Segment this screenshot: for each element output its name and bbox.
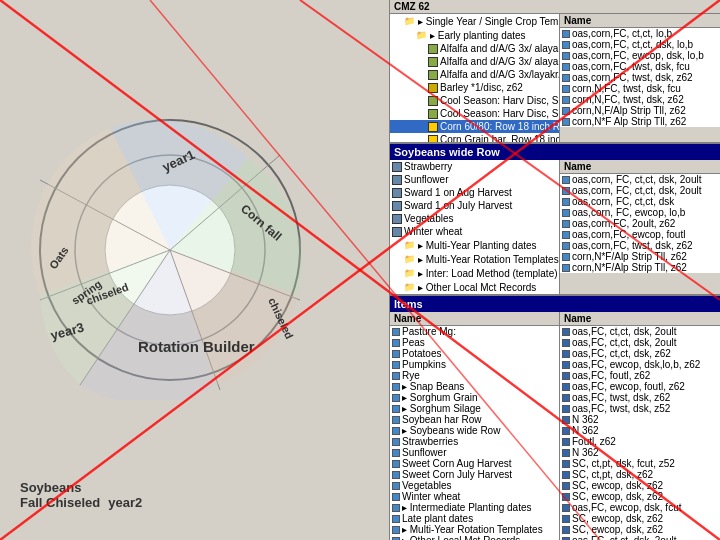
right-name-item[interactable]: oas,corn,FC, twst, dsk, z62: [560, 72, 720, 83]
bot-right-item[interactable]: oas,FC, twst, dsk, z62: [560, 392, 720, 403]
bot-left-item[interactable]: Sweet Corn Aug Harvest: [390, 458, 559, 469]
bot-right-item[interactable]: oas,FC, ct,ct, dsk, 2oult: [560, 535, 720, 540]
tree-item-corn1[interactable]: Corn 60/80: Row 18 inch R...: [390, 120, 559, 133]
right-panels: CMZ 62 ▸ Single Year / Single Crop Templ…: [390, 0, 720, 540]
bot-right-item[interactable]: N 362: [560, 447, 720, 458]
color-dot: [562, 460, 570, 468]
mid-item-winter-wheat[interactable]: Winter wheat: [390, 225, 559, 238]
tree-item-corn2[interactable]: Corn Grain har, Row 18 inch R...: [390, 133, 559, 142]
color-dot: [562, 52, 570, 60]
mid-right-item[interactable]: oas,corn, FC, ct,ct, dsk: [560, 196, 720, 207]
bot-right-item[interactable]: oas,FC, ewcop, foutl, z62: [560, 381, 720, 392]
bot-right-item[interactable]: SC, ct,pt, dsk, z62: [560, 469, 720, 480]
right-name-item[interactable]: oas,corn,FC, ct,ct, dsk, lo,b: [560, 39, 720, 50]
main-container: year1 Corn fall chiseled year3 spring Oa…: [0, 0, 720, 540]
bot-left-item[interactable]: Strawberries: [390, 436, 559, 447]
bot-right-item[interactable]: Foutl, z62: [560, 436, 720, 447]
mid-right-item[interactable]: corn,N*F/Alp Strip Tll, z62: [560, 262, 720, 273]
bot-left-item[interactable]: ▸ Multi-Year Rotation Templates: [390, 524, 559, 535]
bot-left-item[interactable]: ▸ Other Local Mct Records: [390, 535, 559, 540]
mid-right-item[interactable]: oas,corn, FC, ewcop, lo,b: [560, 207, 720, 218]
tree-view[interactable]: ▸ Single Year / Single Crop Templates ▸ …: [390, 14, 559, 142]
mid-item-multi-rotation[interactable]: ▸ Multi-Year Rotation Templates: [390, 252, 559, 266]
bot-left-item[interactable]: ▸ Intermediate Planting dates: [390, 502, 559, 513]
bot-right-item[interactable]: SC, ewcop, dsk, z62: [560, 480, 720, 491]
right-col-header: Name: [560, 14, 720, 28]
mid-item-other-local[interactable]: ▸ Other Local Mct Records: [390, 280, 559, 294]
bot-left-item[interactable]: Sunflower: [390, 447, 559, 458]
bot-right-item[interactable]: oas,FC, ewcop, dsk,lo,b, z62: [560, 359, 720, 370]
bot-left-item[interactable]: Vegetables: [390, 480, 559, 491]
bot-left-list[interactable]: Pasture Mg: Peas Potatoes Pumpkins Rye ▸…: [390, 326, 559, 540]
right-name-item[interactable]: corn,N,FC, twst, dsk, z62: [560, 94, 720, 105]
mid-item-vegetables[interactable]: Vegetables: [390, 212, 559, 225]
bot-left-item[interactable]: ▸ Snap Beans: [390, 381, 559, 392]
bot-left-item[interactable]: Soybean har Row: [390, 414, 559, 425]
bot-right-item[interactable]: SC, ewcop, dsk, z62: [560, 491, 720, 502]
tree-item-alfalfa2[interactable]: Alfalfa and d/A/G 3x/ alaya1 em: [390, 55, 559, 68]
right-name-item[interactable]: corn,N,FC, twst, dsk, fcu: [560, 83, 720, 94]
bot-right-list[interactable]: oas,FC, ct,ct, dsk, 2oult oas,FC, ct,ct,…: [560, 326, 720, 540]
right-name-item[interactable]: oas,corn,FC, twst, dsk, fcu: [560, 61, 720, 72]
bot-right-item[interactable]: SC, ct,pt, dsk, fcut, z52: [560, 458, 720, 469]
bot-right-item[interactable]: oas,FC, ewcop, dsk, fcut: [560, 502, 720, 513]
right-name-item[interactable]: corn,N*F Alp Strip Tll, z62: [560, 116, 720, 127]
mid-item-multi-planting[interactable]: ▸ Multi-Year Planting dates: [390, 238, 559, 252]
tree-item-cool1[interactable]: Cool Season: Harv Disc, Seed La: [390, 94, 559, 107]
tree-item-barley[interactable]: Barley *1/disc, z62: [390, 81, 559, 94]
color-swatch: [392, 162, 402, 172]
color-dot: [392, 394, 400, 402]
right-name-list[interactable]: oas,corn,FC, ct,ct, lo,b oas,corn,FC, ct…: [560, 28, 720, 127]
tree-item-alfalfa1[interactable]: Alfalfa and d/A/G 3x/ alaya1 em: [390, 42, 559, 55]
mid-tree-view[interactable]: Strawberry Sunflower Sward 1 on Aug Harv…: [390, 160, 559, 294]
bot-left-item[interactable]: Rye: [390, 370, 559, 381]
bot-left-item[interactable]: Pasture Mg:: [390, 326, 559, 337]
bot-right-item[interactable]: N 362: [560, 425, 720, 436]
bot-left-item[interactable]: Pumpkins: [390, 359, 559, 370]
mid-panel-header: Soybeans wide Row: [390, 144, 720, 160]
right-name-item[interactable]: oas,corn,FC, ct,ct, lo,b: [560, 28, 720, 39]
bot-right-item[interactable]: oas,FC, ct,ct, dsk, 2oult: [560, 326, 720, 337]
mid-right-panel: Soybeans wide Row Strawberry Sunflower S…: [390, 144, 720, 296]
tree-item-templates[interactable]: ▸ Single Year / Single Crop Templates: [390, 14, 559, 28]
mid-right-item[interactable]: oas,corn, FC, ct,ct, dsk, 2oult: [560, 185, 720, 196]
mid-item-inter-load[interactable]: ▸ Inter: Load Method (template): [390, 266, 559, 280]
mid-right-item[interactable]: oas,corn, FC, ct,ct, dsk, 2oult: [560, 174, 720, 185]
tree-item-cool2[interactable]: Cool Season: Harv Disc, Seed Sp: [390, 107, 559, 120]
bot-right-item[interactable]: oas,FC, ct,ct, dsk, z62: [560, 348, 720, 359]
bot-right-item[interactable]: oas,FC, twst, dsk, z52: [560, 403, 720, 414]
bot-left-item[interactable]: ▸ Sorghum Grain: [390, 392, 559, 403]
bot-left-item[interactable]: Sweet Corn July Harvest: [390, 469, 559, 480]
bot-left-item[interactable]: Winter wheat: [390, 491, 559, 502]
right-name-item[interactable]: corn,N,F/Alp Strip Tll, z62: [560, 105, 720, 116]
left-panel: year1 Corn fall chiseled year3 spring Oa…: [0, 0, 390, 540]
bot-left-item[interactable]: ▸ Sorghum Silage: [390, 403, 559, 414]
right-name-item[interactable]: oas,corn,FC, ewcop, dsk, lo,b: [560, 50, 720, 61]
soybeans-label: Soybeans: [20, 480, 142, 495]
mid-right-item[interactable]: oas,corn,FC, twst, dsk, z62: [560, 240, 720, 251]
bot-left-item[interactable]: ▸ Soybeans wide Row: [390, 425, 559, 436]
color-dot: [562, 394, 570, 402]
bot-right-item[interactable]: oas,FC, foutl, z62: [560, 370, 720, 381]
mid-item-sward1-aug[interactable]: Sward 1 on Aug Harvest: [390, 186, 559, 199]
mid-right-item[interactable]: corn,N*F/Alp Strip Tll, z62: [560, 251, 720, 262]
mid-right-item[interactable]: oas,corn,FC, 2oult, z62: [560, 218, 720, 229]
color-dot: [562, 438, 570, 446]
color-swatch: [428, 122, 438, 132]
mid-right-item[interactable]: oas,corn,FC, ewcop, foutl: [560, 229, 720, 240]
bot-right-item[interactable]: SC, ewcop, dsk, z62: [560, 524, 720, 535]
bot-right-item[interactable]: oas,FC, ct,ct, dsk, 2oult: [560, 337, 720, 348]
mid-right-name-list[interactable]: oas,corn, FC, ct,ct, dsk, 2oult oas,corn…: [560, 174, 720, 273]
bot-left-item[interactable]: Peas: [390, 337, 559, 348]
color-dot: [562, 253, 570, 261]
mid-item-sunflower[interactable]: Sunflower: [390, 173, 559, 186]
mid-item-strawberry[interactable]: Strawberry: [390, 160, 559, 173]
bot-right-item[interactable]: N 362: [560, 414, 720, 425]
tree-item-early-planting[interactable]: ▸ Early planting dates: [390, 28, 559, 42]
color-dot: [392, 504, 400, 512]
bot-left-item[interactable]: Potatoes: [390, 348, 559, 359]
mid-item-sward1-jul[interactable]: Sward 1 on July Harvest: [390, 199, 559, 212]
bot-left-item[interactable]: Late plant dates: [390, 513, 559, 524]
bot-right-item[interactable]: SC, ewcop, dsk, z62: [560, 513, 720, 524]
tree-item-alfalfa3[interactable]: Alfalfa and d/A/G 3x/layakr/m: [390, 68, 559, 81]
